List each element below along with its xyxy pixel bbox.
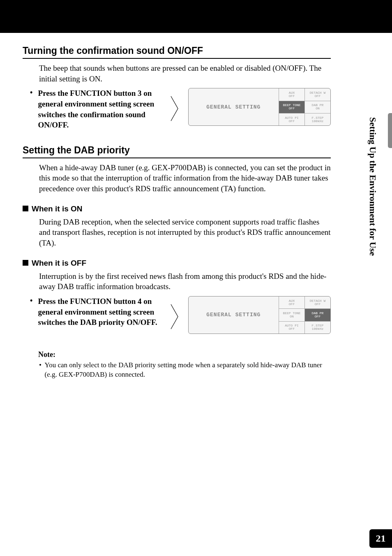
bullet-icon: • (38, 361, 45, 380)
section-body-confirmation-sound: The beep that sounds when buttons are pr… (39, 63, 331, 84)
screen-cell: BEEP TONEON (279, 309, 305, 321)
screen-cell: F.STEP100kHz (305, 322, 330, 334)
note-item: • You can only select to the DAB priorit… (38, 361, 331, 380)
screen-cell-row: BEEP TONEONDAB PROFF (279, 309, 330, 321)
square-bullet-icon (23, 206, 28, 211)
screen-cell-row: AUXOFFDETACH WOFF (279, 88, 330, 101)
subheading-on-label: When it is ON (32, 204, 83, 213)
screen-cell: AUXOFF (279, 88, 305, 100)
screen-cell-row: AUXOFFDETACH WOFF (279, 297, 330, 309)
screen-label-2: GENERAL SETTING (189, 297, 279, 334)
subheading-off-label: When it is OFF (32, 259, 86, 267)
square-bullet-icon (23, 260, 28, 266)
page-number: 21 (369, 529, 392, 548)
page-header-banner (0, 0, 392, 33)
section-title-confirmation-sound: Turning the confirmation sound ON/OFF (23, 45, 331, 59)
section-title-dab-priority: Setting the DAB priority (23, 145, 331, 158)
bullet-icon: • (23, 88, 38, 97)
screen-cell: DAB PROFF (305, 309, 330, 321)
screen-illustration-2: GENERAL SETTING AUXOFFDETACH WOFFBEEP TO… (188, 296, 331, 334)
subheading-off: When it is OFF (23, 259, 331, 268)
screen-grid-1: AUXOFFDETACH WOFFBEEP TONEOFFDAB PRONAUT… (279, 88, 330, 125)
bullet-icon: • (23, 296, 38, 306)
side-tab: Setting Up the Environment for Use (367, 113, 388, 257)
screen-cell: DETACH WOFF (305, 297, 330, 308)
note-block: Note: • You can only select to the DAB p… (38, 350, 331, 380)
side-accent-bar (388, 113, 392, 148)
screen-cell: AUTO PIOFF (279, 322, 305, 334)
screen-cell-row: AUTO PIOFFF.STEP100kHz (279, 322, 330, 334)
note-text: You can only select to the DAB priority … (45, 361, 331, 380)
sub-body-off: Interruption is by the first received ne… (39, 271, 331, 292)
section-body-dab-priority: When a hide-away DAB tuner (e.g. GEX-P70… (39, 162, 331, 194)
screen-cell: AUTO PIOFF (279, 114, 305, 125)
instruction-text-2: Press the FUNCTION button 4 on general e… (38, 296, 163, 328)
arrow-icon (162, 88, 188, 123)
arrow-icon (162, 296, 188, 331)
screen-cell-row: AUTO PIOFFF.STEP100kHz (279, 114, 330, 125)
subheading-on: When it is ON (23, 204, 331, 213)
screen-label-1: GENERAL SETTING (189, 88, 279, 125)
screen-cell-row: BEEP TONEOFFDAB PRON (279, 101, 330, 114)
page-content: Turning the confirmation sound ON/OFF Th… (0, 33, 353, 380)
screen-grid-2: AUXOFFDETACH WOFFBEEP TONEONDAB PROFFAUT… (279, 297, 330, 334)
screen-cell: BEEP TONEOFF (279, 101, 305, 113)
instruction-row-2: • Press the FUNCTION button 4 on general… (23, 296, 331, 334)
screen-cell: DAB PRON (305, 101, 330, 113)
screen-cell: F.STEP100kHz (305, 114, 330, 125)
side-tab-label: Setting Up the Environment for Use (367, 113, 378, 257)
note-label: Note: (38, 350, 331, 359)
instruction-row-1: • Press the FUNCTION button 3 on general… (23, 88, 331, 130)
screen-cell: AUXOFF (279, 297, 305, 308)
instruction-text-1: Press the FUNCTION button 3 on general e… (38, 88, 163, 130)
screen-cell: DETACH WOFF (305, 88, 330, 100)
screen-illustration-1: GENERAL SETTING AUXOFFDETACH WOFFBEEP TO… (188, 88, 331, 126)
sub-body-on: During DAB reception, when the selected … (39, 217, 331, 248)
